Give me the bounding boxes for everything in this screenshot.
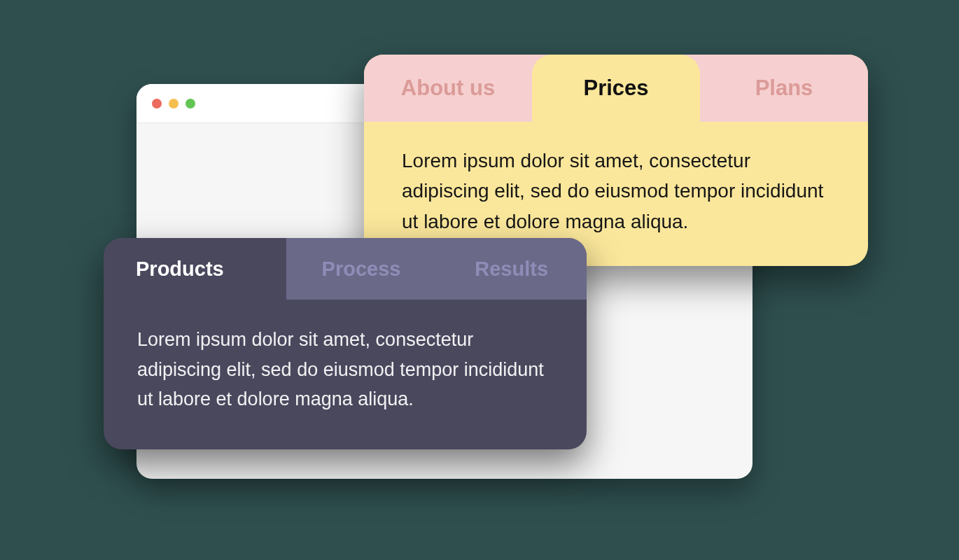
light-tabbar: About us Prices Plans xyxy=(364,55,868,122)
tab-label: Prices xyxy=(583,76,648,101)
tab-label: Plans xyxy=(755,76,813,101)
dark-tab-content: Lorem ipsum dolor sit amet, consectetur … xyxy=(104,300,587,449)
window-minimize-icon[interactable] xyxy=(169,99,178,108)
window-zoom-icon[interactable] xyxy=(186,99,195,108)
light-tab-card: About us Prices Plans Lorem ipsum dolor … xyxy=(364,55,868,266)
dark-tab-card: Products Process Results Lorem ipsum dol… xyxy=(104,238,587,449)
dark-tabbar: Products Process Results xyxy=(104,238,587,300)
tab-results[interactable]: Results xyxy=(436,238,587,300)
tab-label: Results xyxy=(475,258,548,281)
tab-about-us[interactable]: About us xyxy=(364,55,532,122)
tab-plans[interactable]: Plans xyxy=(700,55,868,122)
tab-products[interactable]: Products xyxy=(104,238,286,300)
tab-label: Products xyxy=(136,258,224,281)
tab-process[interactable]: Process xyxy=(286,238,437,300)
tab-label: Process xyxy=(322,258,401,281)
tab-prices[interactable]: Prices xyxy=(532,55,700,122)
tab-label: About us xyxy=(401,76,495,101)
window-close-icon[interactable] xyxy=(152,99,162,108)
